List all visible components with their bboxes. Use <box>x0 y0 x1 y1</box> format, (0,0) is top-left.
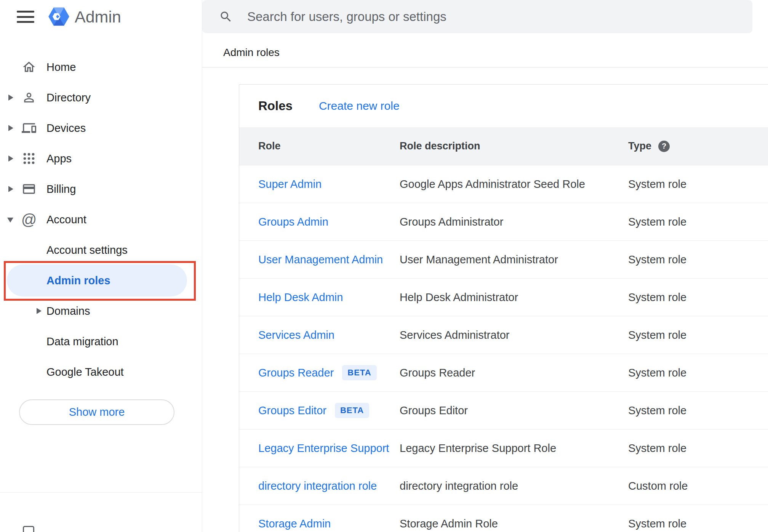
beta-badge: BETA <box>335 403 369 418</box>
sidebar-item-domains[interactable]: Domains <box>0 296 202 326</box>
sidebar-item-label: Domains <box>46 305 90 317</box>
chevron-right-icon <box>8 125 13 131</box>
roles-title: Roles <box>258 99 293 113</box>
table-row: Groups Reader BETA Groups Reader System … <box>239 354 768 391</box>
table-row: Help Desk Admin Help Desk Administrator … <box>239 278 768 316</box>
role-link[interactable]: Services Admin <box>258 329 334 341</box>
sidebar-item-label: Home <box>46 61 76 74</box>
billing-card-icon <box>22 182 36 196</box>
feedback-icon[interactable] <box>23 526 34 532</box>
table-row: Legacy Enterprise Support Legacy Enterpr… <box>239 429 768 467</box>
chevron-right-icon <box>8 155 13 162</box>
role-description: Groups Administrator <box>400 216 628 228</box>
sidebar-item-label: Billing <box>46 183 76 195</box>
help-icon[interactable]: ? <box>658 141 670 152</box>
sidebar-item-label: Apps <box>46 152 72 165</box>
sidebar-item-apps[interactable]: Apps <box>0 143 202 174</box>
role-description: Storage Admin Role <box>400 518 628 530</box>
role-type: System role <box>628 253 768 266</box>
role-description: Google Apps Administrator Seed Role <box>400 178 628 191</box>
search-icon <box>219 10 233 24</box>
home-icon <box>22 60 36 74</box>
create-new-role-link[interactable]: Create new role <box>319 99 400 112</box>
role-description: Services Administrator <box>400 329 628 341</box>
column-header-type: Type ? <box>628 140 768 152</box>
at-sign-icon: @ <box>22 212 36 227</box>
role-type: System role <box>628 178 768 191</box>
sidebar-item-label: Directory <box>46 91 91 104</box>
role-description: User Management Administrator <box>400 253 628 266</box>
devices-icon <box>22 121 36 135</box>
table-row: User Management Admin User Management Ad… <box>239 240 768 278</box>
role-description: Legacy Enterprise Support Role <box>400 442 628 455</box>
column-header-role: Role <box>258 140 400 152</box>
search-bar[interactable] <box>202 0 752 33</box>
role-type: System role <box>628 216 768 228</box>
sidebar-item-label: Account <box>46 213 86 226</box>
sidebar-item-google-takeout[interactable]: Google Takeout <box>0 357 202 387</box>
breadcrumb: Admin roles <box>223 41 280 64</box>
table-row: Groups Editor BETA Groups Editor System … <box>239 391 768 429</box>
roles-card: Roles Create new role Role Role descript… <box>239 84 768 532</box>
sidebar-item-label: Admin roles <box>46 274 110 287</box>
beta-badge: BETA <box>342 365 376 380</box>
role-type: System role <box>628 518 768 530</box>
hamburger-menu-icon[interactable] <box>17 9 35 24</box>
role-type: System role <box>628 291 768 304</box>
role-description: Groups Reader <box>400 367 628 379</box>
sidebar-bottom-divider <box>0 492 202 493</box>
column-header-description: Role description <box>400 140 628 152</box>
sidebar-item-admin-roles[interactable]: Admin roles <box>0 265 202 296</box>
sidebar-item-account-settings[interactable]: Account settings <box>0 235 202 265</box>
role-link[interactable]: User Management Admin <box>258 253 383 266</box>
sidebar-item-label: Google Takeout <box>46 366 124 378</box>
table-row: Groups Admin Groups Administrator System… <box>239 203 768 240</box>
show-more-button[interactable]: Show more <box>19 399 174 425</box>
role-link[interactable]: Groups Admin <box>258 216 328 228</box>
chevron-right-icon <box>8 95 13 101</box>
sidebar-nav: Home Directory Devices <box>0 52 202 387</box>
sidebar-item-directory[interactable]: Directory <box>0 82 202 113</box>
role-link[interactable]: Storage Admin <box>258 518 331 530</box>
table-header-row: Role Role description Type ? <box>239 127 768 165</box>
role-link[interactable]: Legacy Enterprise Support <box>258 442 389 455</box>
table-row: Super Admin Google Apps Administrator Se… <box>239 165 768 203</box>
search-input[interactable] <box>246 9 736 24</box>
sidebar-item-home[interactable]: Home <box>0 52 202 82</box>
sidebar-item-devices[interactable]: Devices <box>0 113 202 143</box>
role-link[interactable]: directory integration role <box>258 480 377 492</box>
sidebar: Admin Home Directory Devices <box>0 0 202 532</box>
role-link[interactable]: Groups Reader <box>258 367 334 379</box>
role-type: System role <box>628 367 768 379</box>
chevron-down-icon <box>7 218 13 223</box>
role-type: System role <box>628 404 768 417</box>
role-type: System role <box>628 442 768 455</box>
roles-card-header: Roles Create new role <box>239 85 768 127</box>
table-row: directory integration role directory int… <box>239 467 768 505</box>
person-icon <box>22 90 36 105</box>
sidebar-item-data-migration[interactable]: Data migration <box>0 326 202 357</box>
header-divider <box>202 67 768 67</box>
chevron-right-icon <box>37 308 42 314</box>
role-description: Help Desk Administrator <box>400 291 628 304</box>
sidebar-item-label: Devices <box>46 122 86 135</box>
sidebar-item-label: Account settings <box>46 244 128 256</box>
role-link[interactable]: Super Admin <box>258 178 322 191</box>
role-description: directory integration role <box>400 480 628 492</box>
google-admin-logo-icon[interactable] <box>48 6 70 27</box>
app-title: Admin <box>75 0 121 34</box>
role-description: Groups Editor <box>400 404 628 417</box>
role-type: Custom role <box>628 480 768 492</box>
role-type: System role <box>628 329 768 341</box>
sidebar-item-account[interactable]: @ Account <box>0 204 202 235</box>
table-row: Services Admin Services Administrator Sy… <box>239 316 768 354</box>
chevron-right-icon <box>8 186 13 192</box>
role-link[interactable]: Groups Editor <box>258 404 326 417</box>
table-row: Storage Admin Storage Admin Role System … <box>239 505 768 532</box>
role-link[interactable]: Help Desk Admin <box>258 291 343 304</box>
apps-grid-icon <box>22 151 36 166</box>
sidebar-item-label: Data migration <box>46 335 118 348</box>
sidebar-item-billing[interactable]: Billing <box>0 174 202 204</box>
